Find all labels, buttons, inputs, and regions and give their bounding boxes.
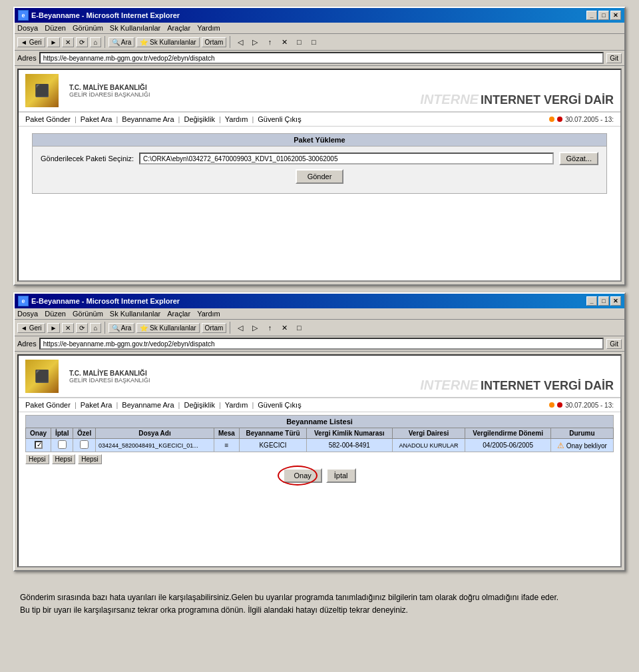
iptal-button[interactable]: İptal bbox=[326, 468, 356, 483]
gozat-button[interactable]: Gözat... bbox=[559, 152, 598, 165]
address-input-1[interactable] bbox=[39, 52, 604, 64]
iptal-checkbox[interactable] bbox=[58, 440, 67, 449]
nav-icon-5[interactable]: □ bbox=[292, 35, 306, 49]
nav-guvenli-cikis-2[interactable]: Güvenli Çıkış bbox=[258, 401, 301, 409]
dot-orange-2 bbox=[549, 402, 554, 408]
favorites-button-1[interactable]: ⭐ Sk Kullanılanlar bbox=[136, 37, 199, 47]
logo-area-2: ⬛ bbox=[25, 360, 59, 393]
logo-gold-bar-1: ⬛ bbox=[25, 74, 59, 107]
nav-icon-10[interactable]: ✕ bbox=[278, 321, 291, 334]
menu-araclar-2[interactable]: Araçlar bbox=[167, 310, 190, 318]
title-bar-buttons-2[interactable]: _ □ ✕ bbox=[586, 296, 621, 306]
col-iptal: İptal bbox=[51, 428, 73, 439]
maximize-button-1[interactable]: □ bbox=[598, 11, 609, 20]
hepsi-button-1[interactable]: Hepsi bbox=[25, 454, 49, 464]
menu-sk-2[interactable]: Sk Kullanılanlar bbox=[110, 310, 160, 318]
close-button-1[interactable]: ✕ bbox=[610, 11, 621, 20]
onay-wrapper: Onay bbox=[283, 468, 321, 483]
nav-icons-1: ◁ ▷ ↑ ✕ □ □ bbox=[234, 35, 320, 49]
nav-icon-9[interactable]: ↑ bbox=[263, 321, 276, 334]
hepsi-button-2[interactable]: Hepsi bbox=[52, 454, 76, 464]
nav-degisiklik-1[interactable]: Değişiklik bbox=[184, 115, 214, 123]
title-bar-buttons-1[interactable]: _ □ ✕ bbox=[586, 11, 621, 20]
go-button-2[interactable]: Git bbox=[606, 339, 622, 349]
home-button-2[interactable]: ⌂ bbox=[90, 323, 101, 333]
nav-paket-gonder-1[interactable]: Paket Gönder bbox=[25, 115, 71, 123]
cell-iptal[interactable] bbox=[51, 439, 73, 452]
stop-button-1[interactable]: ✕ bbox=[62, 37, 74, 47]
paket-file-input[interactable] bbox=[139, 153, 554, 165]
nav-icons-2: ◁ ▷ ↑ ✕ □ bbox=[234, 321, 306, 334]
nav-icon-3[interactable]: ↑ bbox=[263, 35, 276, 49]
minimize-button-1[interactable]: _ bbox=[586, 11, 597, 20]
nav-paket-ara-2[interactable]: Paket Ara bbox=[81, 401, 112, 409]
refresh-button-2[interactable]: ⟳ bbox=[76, 323, 88, 333]
media-button-1[interactable]: Ortam bbox=[202, 37, 227, 47]
page-content-2: ⬛ T.C. MALİYE BAKANLIĞI GELİR İDARESİ BA… bbox=[17, 354, 622, 567]
nav-icon-7[interactable]: ◁ bbox=[234, 321, 247, 334]
beyanname-listesi-title: Beyanname Listesi bbox=[25, 415, 614, 428]
stop-button-2[interactable]: ✕ bbox=[62, 323, 74, 333]
address-input-2[interactable] bbox=[39, 338, 604, 350]
nav-icon-11[interactable]: □ bbox=[292, 321, 306, 334]
brand-area-1: INTERNE INTERNET VERGİ DAİR bbox=[420, 92, 614, 107]
nav-icon-2[interactable]: ▷ bbox=[248, 35, 262, 49]
close-button-2[interactable]: ✕ bbox=[610, 296, 621, 306]
cell-mesa: ≡ bbox=[214, 439, 239, 452]
nav-yardim-link-2[interactable]: Yardım bbox=[225, 401, 248, 409]
hepsi-button-3[interactable]: Hepsi bbox=[78, 454, 102, 464]
search-button-2[interactable]: 🔍 Ara bbox=[108, 323, 135, 333]
nav-beyanname-ara-1[interactable]: Beyanname Ara bbox=[122, 115, 174, 123]
col-mesa: Mesa bbox=[214, 428, 239, 439]
onay-button[interactable]: Onay bbox=[283, 468, 321, 483]
onay-checkbox[interactable] bbox=[35, 441, 43, 449]
home-button-1[interactable]: ⌂ bbox=[90, 37, 101, 47]
nav-icon-1[interactable]: ◁ bbox=[234, 35, 247, 49]
nav-sep-10: | bbox=[252, 401, 254, 409]
cell-ozel[interactable] bbox=[73, 439, 96, 452]
go-button-1[interactable]: Git bbox=[606, 53, 622, 63]
ozel-checkbox[interactable] bbox=[80, 440, 89, 449]
menu-goruntum-1[interactable]: Görünüm bbox=[73, 24, 103, 32]
search-button-1[interactable]: 🔍 Ara bbox=[108, 37, 135, 47]
table-row: 034244_5820048491_KGECICI_01... ≡ KGECIC… bbox=[26, 439, 614, 452]
menu-araclar-1[interactable]: Araçlar bbox=[167, 24, 190, 32]
back-button-2[interactable]: ◄ Geri bbox=[17, 323, 45, 333]
nav-beyanname-ara-2[interactable]: Beyanname Ara bbox=[122, 401, 174, 409]
menu-yardim-1[interactable]: Yardım bbox=[197, 24, 220, 32]
favorites-button-2[interactable]: ⭐ Sk Kullanılanlar bbox=[136, 323, 199, 333]
cell-onay[interactable] bbox=[26, 439, 51, 452]
media-button-2[interactable]: Ortam bbox=[202, 323, 227, 333]
window-title-1: E-Beyanname - Microsoft Internet Explore… bbox=[31, 11, 180, 19]
nav-degisiklik-2[interactable]: Değişiklik bbox=[184, 401, 214, 409]
forward-button-1[interactable]: ► bbox=[47, 37, 61, 47]
nav-guvenli-cikis-1[interactable]: Güvenli Çıkış bbox=[258, 115, 301, 123]
org-text-1: T.C. MALİYE BAKANLIĞI GELİR İDARESİ BAŞK… bbox=[69, 74, 150, 107]
gonder-center: Gönder bbox=[41, 169, 598, 184]
col-dosya-adi: Dosya Adı bbox=[96, 428, 214, 439]
forward-button-2[interactable]: ► bbox=[47, 323, 61, 333]
nav-icon-4[interactable]: ✕ bbox=[278, 35, 291, 49]
refresh-button-1[interactable]: ⟳ bbox=[76, 37, 88, 47]
nav-sep-3: | bbox=[178, 115, 180, 123]
nav-yardim-1[interactable]: Yardım bbox=[225, 115, 248, 123]
back-button-1[interactable]: ◄ Geri bbox=[17, 37, 45, 47]
menu-duzen-1[interactable]: Düzen bbox=[45, 24, 66, 32]
minimize-button-2[interactable]: _ bbox=[586, 296, 597, 306]
gonder-button[interactable]: Gönder bbox=[296, 169, 344, 184]
col-beyanname-turu: Beyanname Türü bbox=[239, 428, 306, 439]
nav-paket-ara-1[interactable]: Paket Ara bbox=[81, 115, 112, 123]
maximize-button-2[interactable]: □ bbox=[598, 296, 609, 306]
bottom-para2: Bu tip bir uyarı ile karşılaşırsanız tek… bbox=[20, 604, 619, 617]
menu-dosya-1[interactable]: Dosya bbox=[17, 24, 38, 32]
menu-dosya-2[interactable]: Dosya bbox=[17, 310, 38, 318]
nav-paket-gonder-2[interactable]: Paket Gönder bbox=[25, 401, 71, 409]
menu-sk-1[interactable]: Sk Kullanılanlar bbox=[110, 24, 160, 32]
menu-yardim-2[interactable]: Yardım bbox=[197, 310, 220, 318]
nav-icon-8[interactable]: ▷ bbox=[248, 321, 262, 334]
hepsi-row: Hepsi Hepsi Hepsi bbox=[25, 454, 614, 464]
menu-duzen-2[interactable]: Düzen bbox=[45, 310, 66, 318]
col-vergi-kimlik: Vergi Kimlik Numarası bbox=[307, 428, 392, 439]
menu-goruntum-2[interactable]: Görünüm bbox=[73, 310, 103, 318]
nav-icon-6[interactable]: □ bbox=[307, 35, 320, 49]
